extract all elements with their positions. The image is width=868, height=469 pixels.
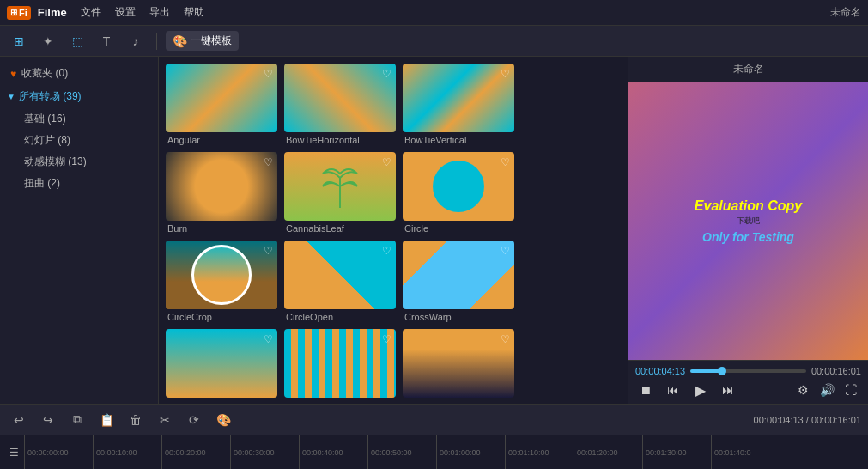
volume-icon[interactable]: 🔊 xyxy=(816,380,837,400)
favorite-more1-icon[interactable]: ♡ xyxy=(264,333,273,345)
thumb-bowtie-h: ♡ xyxy=(284,64,396,132)
time-display: 00:00:04:13 / 00:00:16:01 xyxy=(754,415,861,425)
favorite-crosswarp-icon[interactable]: ♡ xyxy=(501,245,510,257)
favorite-angular-icon[interactable]: ♡ xyxy=(264,68,273,80)
settings-icon[interactable]: ⚙ xyxy=(792,380,813,400)
eval-text-line3: Only for Testing xyxy=(702,230,794,244)
favorite-circlecrop-icon[interactable]: ♡ xyxy=(264,245,273,257)
fullscreen-icon[interactable]: ⛶ xyxy=(841,380,861,400)
toolbar-audio-icon[interactable]: ♪ xyxy=(124,29,148,53)
color-button[interactable]: 🎨 xyxy=(211,408,235,432)
favorite-bowtie-v-icon[interactable]: ♡ xyxy=(501,68,510,80)
mark-4: 00:00:40:00 xyxy=(299,436,367,469)
card-circlecrop[interactable]: ♡ CircleCrop xyxy=(166,241,277,322)
label-circleopen: CircleOpen xyxy=(284,312,396,322)
favorite-bowtie-h-icon[interactable]: ♡ xyxy=(382,68,392,80)
thumb-circleopen: ♡ xyxy=(284,241,396,309)
favorite-more3-icon[interactable]: ♡ xyxy=(501,333,510,345)
timeline-ruler: 00:00:00:00 00:00:10:00 00:00:20:00 00:0… xyxy=(24,436,865,469)
progress-bar[interactable] xyxy=(690,369,806,373)
card-bowtie-v[interactable]: ♡ BowTieVertical xyxy=(403,64,514,145)
favorite-more2-icon[interactable]: ♡ xyxy=(382,333,392,345)
toolbar-effects-icon[interactable]: ✦ xyxy=(36,29,60,53)
redo-button[interactable]: ↪ xyxy=(36,408,60,432)
app-name: Filme xyxy=(38,6,67,19)
window-title: 未命名 xyxy=(830,5,861,20)
rotate-button[interactable]: ⟳ xyxy=(182,408,206,432)
favorite-circleopen-icon[interactable]: ♡ xyxy=(382,245,392,257)
copy-button[interactable]: ⧉ xyxy=(65,408,89,432)
card-angular[interactable]: ♡ Angular xyxy=(166,64,277,145)
undo-button[interactable]: ↩ xyxy=(7,408,31,432)
favorite-burn-icon[interactable]: ♡ xyxy=(264,156,273,168)
sidebar-favorites[interactable]: ♥ 收藏夹 (0) xyxy=(0,62,158,85)
label-burn: Burn xyxy=(166,223,277,234)
favorite-cannabis-icon[interactable]: ♡ xyxy=(382,156,392,168)
mark-10: 00:01:40:0 xyxy=(711,436,780,469)
delete-button[interactable]: 🗑 xyxy=(124,408,148,432)
mark-6: 00:01:00:00 xyxy=(436,436,505,469)
crop-button[interactable]: ✂ xyxy=(153,408,177,432)
prev-frame-button[interactable]: ⏮ xyxy=(663,380,683,400)
stop-button[interactable]: ⏹ xyxy=(635,380,656,400)
card-more2[interactable]: ♡ xyxy=(284,329,396,400)
bottom-toolbar: ↩ ↪ ⧉ 📋 🗑 ✂ ⟳ 🎨 00:00:04:13 / 00:00:16:0… xyxy=(0,404,868,435)
menu-settings[interactable]: 设置 xyxy=(115,5,136,20)
sidebar: ♥ 收藏夹 (0) 所有转场 (39) 基础 (16) 幻灯片 (8) 动感模糊… xyxy=(0,57,159,404)
timeline: ☰ 00:00:00:00 00:00:10:00 00:00:20:00 00… xyxy=(0,435,868,469)
progress-thumb xyxy=(718,367,726,375)
next-frame-button[interactable]: ⏭ xyxy=(718,380,738,400)
label-cannabis: CannabisLeaf xyxy=(284,223,396,234)
label-bowtie-h: BowTieHorizontal xyxy=(284,135,396,145)
sidebar-slideshow[interactable]: 幻灯片 (8) xyxy=(0,130,158,151)
cannabis-svg xyxy=(319,161,361,212)
mark-2: 00:00:20:00 xyxy=(161,436,230,469)
mark-7: 00:01:10:00 xyxy=(505,436,574,469)
dynamic-label: 动感模糊 (13) xyxy=(24,155,87,168)
card-crosswarp[interactable]: ♡ CrossWarp xyxy=(403,241,514,322)
basic-label: 基础 (16) xyxy=(24,113,66,125)
card-burn[interactable]: ♡ Burn xyxy=(166,152,277,234)
paste-button[interactable]: 📋 xyxy=(94,408,118,432)
mark-3: 00:00:30:00 xyxy=(230,436,299,469)
menu-export[interactable]: 导出 xyxy=(149,5,170,20)
controls-row: ⏹ ⏮ ▶ ⏭ ⚙ 🔊 ⛶ xyxy=(635,380,861,400)
mark-9: 00:01:30:00 xyxy=(642,436,711,469)
toolbar-media-icon[interactable]: ⊞ xyxy=(7,29,31,53)
play-button[interactable]: ▶ xyxy=(690,380,711,400)
card-cannabis[interactable]: ♡ CannabisLeaf xyxy=(284,152,396,234)
card-more3[interactable]: ♡ xyxy=(403,329,514,400)
card-more1[interactable]: ♡ xyxy=(166,329,277,400)
card-bowtie-h[interactable]: ♡ BowTieHorizontal xyxy=(284,64,396,145)
sidebar-distort[interactable]: 扭曲 (2) xyxy=(0,173,158,194)
mark-1: 00:00:10:00 xyxy=(93,436,161,469)
thumb-angular: ♡ xyxy=(166,64,277,132)
thumb-circlecrop: ♡ xyxy=(166,241,277,309)
toolbar-text-icon[interactable]: T xyxy=(94,29,118,53)
mark-8: 00:01:20:00 xyxy=(574,436,642,469)
favorite-circle-icon[interactable]: ♡ xyxy=(501,156,510,168)
thumb-more1: ♡ xyxy=(166,329,277,398)
eval-text-line2: 下载吧 xyxy=(737,216,760,227)
titlebar: ⊞ Fi Filme 文件 设置 导出 帮助 未命名 xyxy=(0,0,868,26)
mark-0: 00:00:00:00 xyxy=(24,436,93,469)
main-area: ♥ 收藏夹 (0) 所有转场 (39) 基础 (16) 幻灯片 (8) 动感模糊… xyxy=(0,57,868,404)
app-logo: ⊞ Fi xyxy=(7,6,31,20)
sidebar-dynamic[interactable]: 动感模糊 (13) xyxy=(0,151,158,173)
sidebar-basic[interactable]: 基础 (16) xyxy=(0,108,158,130)
distort-label: 扭曲 (2) xyxy=(24,177,60,189)
menu-file[interactable]: 文件 xyxy=(81,5,101,20)
timeline-menu-icon[interactable]: ☰ xyxy=(3,442,24,463)
ruler-marks: 00:00:00:00 00:00:10:00 00:00:20:00 00:0… xyxy=(24,436,865,469)
circlecrop-shape xyxy=(191,245,252,305)
sidebar-all-transitions[interactable]: 所有转场 (39) xyxy=(0,85,158,108)
card-circleopen[interactable]: ♡ CircleOpen xyxy=(284,241,396,322)
card-circle[interactable]: ♡ Circle xyxy=(403,152,514,234)
slideshow-label: 幻灯片 (8) xyxy=(24,134,70,146)
menu-help[interactable]: 帮助 xyxy=(184,5,204,20)
preview-screen: Evaluation Copy 下载吧 Only for Testing xyxy=(628,82,868,360)
transitions-grid: ♡ Angular ♡ BowTieHorizontal ♡ BowTieVer… xyxy=(159,57,628,404)
thumb-circle: ♡ xyxy=(403,152,514,221)
one-key-template-button[interactable]: 🎨 一键模板 xyxy=(166,31,239,51)
toolbar-transitions-icon[interactable]: ⬚ xyxy=(65,29,89,53)
